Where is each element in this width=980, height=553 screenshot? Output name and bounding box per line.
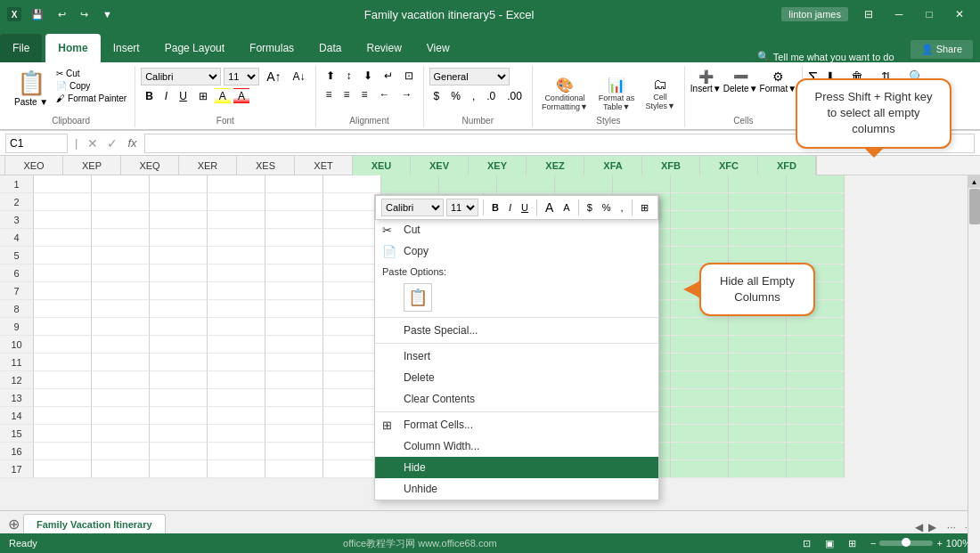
- cell-XEV-1[interactable]: [439, 175, 497, 193]
- col-header-xfd[interactable]: XFD: [758, 156, 816, 175]
- cell-XEZ-1[interactable]: [555, 175, 613, 193]
- ctx-delete[interactable]: Delete: [375, 367, 658, 388]
- cell-XFB-4[interactable]: [671, 229, 729, 247]
- cell-XER-10[interactable]: [208, 336, 265, 354]
- cell-XER-9[interactable]: [208, 318, 265, 336]
- cell-XES-13[interactable]: [265, 389, 323, 407]
- cell-XEO-14[interactable]: [34, 407, 92, 425]
- zoom-thumb[interactable]: [902, 538, 911, 547]
- cell-XFC-1[interactable]: [729, 175, 787, 193]
- cell-XEQ-7[interactable]: [150, 282, 208, 300]
- cell-XER-7[interactable]: [208, 282, 265, 300]
- share-btn[interactable]: 👤 Share: [911, 40, 973, 59]
- cell-XEP-5[interactable]: [92, 247, 150, 264]
- cell-XEP-3[interactable]: [92, 211, 150, 229]
- cell-XEO-16[interactable]: [34, 443, 92, 460]
- cell-XFC-3[interactable]: [729, 211, 787, 229]
- cell-XFB-17[interactable]: [671, 460, 729, 478]
- cell-XET-5[interactable]: [323, 247, 381, 264]
- row-header-8[interactable]: 8: [0, 300, 34, 318]
- cell-XEQ-15[interactable]: [150, 425, 208, 443]
- confirm-formula-btn[interactable]: ✓: [104, 136, 120, 150]
- ctx-insert[interactable]: Insert: [375, 346, 658, 367]
- cell-XEO-6[interactable]: [34, 264, 92, 282]
- cell-XET-2[interactable]: [323, 193, 381, 211]
- comma-btn[interactable]: ,: [468, 88, 479, 104]
- cell-XEO-5[interactable]: [34, 247, 92, 264]
- cell-XEQ-1[interactable]: [150, 175, 208, 193]
- row-header-17[interactable]: 17: [0, 460, 34, 478]
- cell-XEO-17[interactable]: [34, 460, 92, 478]
- cell-XER-12[interactable]: [208, 371, 265, 389]
- cell-XER-17[interactable]: [208, 460, 265, 478]
- cell-XFB-15[interactable]: [671, 425, 729, 443]
- cell-XET-10[interactable]: [323, 336, 381, 354]
- cell-XFB-9[interactable]: [671, 318, 729, 336]
- tell-me-box[interactable]: 🔍 Tell me what you want to do: [748, 51, 903, 62]
- row-header-4[interactable]: 4: [0, 229, 34, 247]
- mini-italic-btn[interactable]: I: [505, 200, 515, 215]
- increase-indent-btn[interactable]: →: [397, 86, 417, 102]
- ctx-unhide[interactable]: Unhide: [375, 478, 658, 500]
- col-header-xfb[interactable]: XFB: [642, 156, 700, 175]
- align-left-btn[interactable]: ≡: [322, 86, 337, 102]
- cell-XFC-13[interactable]: [729, 389, 787, 407]
- cell-XET-14[interactable]: [323, 407, 381, 425]
- cell-XFD-17[interactable]: [787, 460, 845, 478]
- cell-XFC-12[interactable]: [729, 371, 787, 389]
- cell-XET-1[interactable]: [323, 175, 381, 193]
- ctx-format-cells[interactable]: ⊞ Format Cells...: [375, 414, 658, 435]
- cell-XEP-1[interactable]: [92, 175, 150, 193]
- cell-XFD-2[interactable]: [787, 193, 845, 211]
- italic-btn[interactable]: I: [160, 88, 172, 104]
- cell-XFC-17[interactable]: [729, 460, 787, 478]
- cell-XEY-1[interactable]: [497, 175, 555, 193]
- cell-XEO-3[interactable]: [34, 211, 92, 229]
- cell-XER-14[interactable]: [208, 407, 265, 425]
- cell-XES-3[interactable]: [265, 211, 323, 229]
- cell-XEP-2[interactable]: [92, 193, 150, 211]
- cell-XFB-5[interactable]: [671, 247, 729, 264]
- cell-XEQ-13[interactable]: [150, 389, 208, 407]
- percent-btn[interactable]: %: [446, 88, 465, 104]
- row-header-14[interactable]: 14: [0, 407, 34, 425]
- cell-XFB-16[interactable]: [671, 443, 729, 460]
- cell-XER-2[interactable]: [208, 193, 265, 211]
- cell-XEP-4[interactable]: [92, 229, 150, 247]
- cell-XFB-3[interactable]: [671, 211, 729, 229]
- paste-btn[interactable]: 📋 Paste ▼: [12, 68, 50, 109]
- conditional-formatting-btn[interactable]: 🎨 ConditionalFormatting▼: [538, 75, 592, 113]
- cell-XFC-2[interactable]: [729, 193, 787, 211]
- cell-XEP-10[interactable]: [92, 336, 150, 354]
- cell-XEO-9[interactable]: [34, 318, 92, 336]
- format-as-table-btn[interactable]: 📊 Format asTable▼: [595, 75, 639, 113]
- cell-XFD-11[interactable]: [787, 354, 845, 371]
- ctx-copy[interactable]: 📄 Copy: [375, 240, 658, 262]
- cell-XFC-5[interactable]: [729, 247, 787, 264]
- delete-dropdown-btn[interactable]: ➖ Delete▼: [723, 69, 758, 94]
- cancel-formula-btn[interactable]: ✕: [85, 136, 101, 150]
- cell-XER-16[interactable]: [208, 443, 265, 460]
- row-header-13[interactable]: 13: [0, 389, 34, 407]
- col-header-xfa[interactable]: XFA: [584, 156, 642, 175]
- mini-decrease-font-btn[interactable]: A: [559, 200, 573, 215]
- cell-XEP-12[interactable]: [92, 371, 150, 389]
- cell-XEO-15[interactable]: [34, 425, 92, 443]
- quick-access-more[interactable]: ▼: [98, 7, 117, 21]
- cell-XFB-10[interactable]: [671, 336, 729, 354]
- scroll-thumb[interactable]: [969, 189, 980, 224]
- vertical-scrollbar[interactable]: ▲ ▼: [968, 175, 980, 553]
- cell-XET-4[interactable]: [323, 229, 381, 247]
- cell-XFB-13[interactable]: [671, 389, 729, 407]
- cell-XEO-11[interactable]: [34, 354, 92, 371]
- cell-XFD-5[interactable]: [787, 247, 845, 264]
- cell-XEQ-12[interactable]: [150, 371, 208, 389]
- col-header-xet[interactable]: XET: [295, 156, 353, 175]
- cell-XEO-7[interactable]: [34, 282, 92, 300]
- cell-XFC-4[interactable]: [729, 229, 787, 247]
- cell-XES-6[interactable]: [265, 264, 323, 282]
- tab-insert[interactable]: Insert: [101, 34, 152, 62]
- cell-XEP-11[interactable]: [92, 354, 150, 371]
- cell-XFD-15[interactable]: [787, 425, 845, 443]
- cell-XFB-1[interactable]: [671, 175, 729, 193]
